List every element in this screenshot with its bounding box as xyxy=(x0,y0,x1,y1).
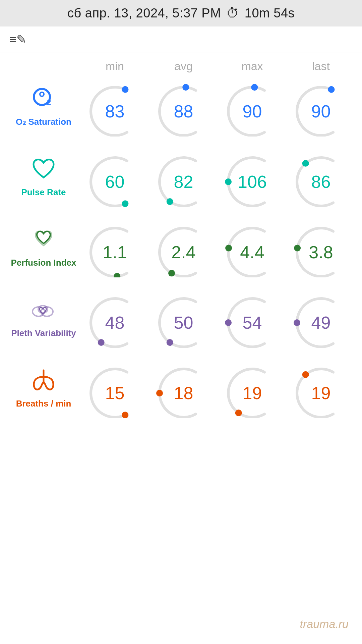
gauge-wrap-pleth-last: 49 xyxy=(293,291,350,348)
gauge-value-breaths-last: 19 xyxy=(311,384,331,402)
gauge-o2-last: 90 xyxy=(287,79,355,137)
svg-point-13 xyxy=(225,245,232,251)
col-max: max xyxy=(218,60,287,73)
gauge-value-breaths-avg: 18 xyxy=(174,384,193,402)
gauge-value-pi-avg: 2.4 xyxy=(171,244,195,261)
gauge-value-o2-avg: 88 xyxy=(174,103,193,120)
gauge-pleth-max: 54 xyxy=(218,291,287,348)
gauge-wrap-pulse-max: 106 xyxy=(224,150,281,207)
gauge-wrap-o2-avg: 88 xyxy=(155,79,212,137)
toolbar: ≡✎ xyxy=(0,26,362,53)
gauge-value-breaths-max: 19 xyxy=(243,384,262,402)
gauge-wrap-pulse-min: 60 xyxy=(86,150,143,207)
gauge-wrap-pulse-avg: 82 xyxy=(155,150,212,207)
gauge-wrap-breaths-last: 19 xyxy=(293,361,350,418)
metric-row-o2: 2 O₂ Saturation 83 88 90 90 xyxy=(0,76,362,147)
col-last: last xyxy=(287,60,355,73)
col-min: min xyxy=(80,60,149,73)
gauge-value-o2-last: 90 xyxy=(311,103,331,120)
gauge-breaths-min: 15 xyxy=(80,361,149,418)
gauge-pi-min: 1.1 xyxy=(80,220,149,277)
gauge-value-pleth-last: 49 xyxy=(311,314,331,331)
gauge-breaths-last: 19 xyxy=(287,361,355,418)
gauge-wrap-breaths-min: 15 xyxy=(86,361,143,418)
svg-point-25 xyxy=(235,410,242,416)
gauge-value-o2-max: 90 xyxy=(243,103,262,120)
svg-point-7 xyxy=(122,200,128,207)
main-content: min avg max last 2 O₂ Saturation 83 88 9… xyxy=(0,60,362,428)
menu-edit-icon[interactable]: ≡✎ xyxy=(9,33,26,47)
metric-row-pleth: Pleth Variability 48 50 54 49 xyxy=(0,287,362,358)
metrics-container: 2 O₂ Saturation 83 88 90 90 Pulse Rate 6… xyxy=(0,76,362,428)
svg-point-19 xyxy=(166,339,173,346)
svg-point-1 xyxy=(40,92,44,96)
gauge-wrap-pi-min: 1.1 xyxy=(86,220,143,277)
status-bar: сб апр. 13, 2024, 5:37 PM ⏱ 10m 54s xyxy=(0,0,362,26)
metric-label-pulse: Pulse Rate xyxy=(7,156,80,201)
gauge-wrap-o2-last: 90 xyxy=(293,79,350,137)
breaths-icon xyxy=(28,367,59,395)
gauge-wrap-pleth-min: 48 xyxy=(86,291,143,348)
svg-point-14 xyxy=(294,245,301,251)
gauge-wrap-o2-max: 90 xyxy=(224,79,281,137)
svg-point-10 xyxy=(302,160,309,167)
metric-row-pulse: Pulse Rate 60 82 106 86 xyxy=(0,147,362,217)
watermark: trauma.ru xyxy=(300,618,349,631)
svg-text:2: 2 xyxy=(47,98,51,106)
gauge-wrap-breaths-avg: 18 xyxy=(155,361,212,418)
pleth-icon xyxy=(28,297,59,325)
metric-row-pi: Perfusion Index 1.1 2.4 4.4 3.8 xyxy=(0,217,362,287)
gauge-breaths-avg: 18 xyxy=(149,361,218,418)
gauge-value-pleth-max: 54 xyxy=(243,314,262,331)
metric-label-pleth: Pleth Variability xyxy=(7,297,80,342)
gauge-value-pulse-last: 86 xyxy=(311,173,331,191)
pulse-icon xyxy=(30,156,57,184)
gauge-pi-max: 4.4 xyxy=(218,220,287,277)
gauge-value-pulse-max: 106 xyxy=(238,173,267,191)
gauge-value-pleth-avg: 50 xyxy=(174,314,193,331)
metric-name-o2: O₂ Saturation xyxy=(16,117,71,127)
gauge-wrap-pleth-avg: 50 xyxy=(155,291,212,348)
svg-point-3 xyxy=(122,86,128,93)
gauge-value-pi-last: 3.8 xyxy=(309,244,333,261)
status-duration: 10m 54s xyxy=(245,6,295,20)
svg-point-9 xyxy=(225,178,232,185)
metric-name-pulse: Pulse Rate xyxy=(21,187,66,198)
gauge-o2-min: 83 xyxy=(80,79,149,137)
gauge-wrap-pi-last: 3.8 xyxy=(293,220,350,277)
gauge-pulse-avg: 82 xyxy=(149,150,218,207)
gauge-breaths-max: 19 xyxy=(218,361,287,418)
gauge-pulse-last: 86 xyxy=(287,150,355,207)
gauge-wrap-pi-avg: 2.4 xyxy=(155,220,212,277)
svg-point-21 xyxy=(294,319,300,326)
metric-label-o2: 2 O₂ Saturation xyxy=(7,85,80,130)
gauge-pulse-max: 106 xyxy=(218,150,287,207)
column-headers: min avg max last xyxy=(0,60,362,73)
col-avg: avg xyxy=(149,60,218,73)
gauge-o2-avg: 88 xyxy=(149,79,218,137)
status-date: сб апр. 13, 2024, 5:37 PM xyxy=(67,6,221,20)
svg-point-23 xyxy=(122,412,128,418)
svg-point-11 xyxy=(114,273,120,277)
gauge-pi-last: 3.8 xyxy=(287,220,355,277)
svg-point-5 xyxy=(251,84,258,91)
timer-icon: ⏱ xyxy=(226,6,239,20)
svg-point-8 xyxy=(166,198,173,205)
gauge-value-pi-min: 1.1 xyxy=(103,244,127,261)
svg-point-6 xyxy=(328,86,335,93)
gauge-pleth-avg: 50 xyxy=(149,291,218,348)
gauge-wrap-pi-max: 4.4 xyxy=(224,220,281,277)
gauge-wrap-pleth-max: 54 xyxy=(224,291,281,348)
gauge-pleth-last: 49 xyxy=(287,291,355,348)
gauge-value-pulse-avg: 82 xyxy=(174,173,193,191)
gauge-wrap-o2-min: 83 xyxy=(86,79,143,137)
metric-name-pi: Perfusion Index xyxy=(11,258,76,268)
gauge-value-o2-min: 83 xyxy=(105,103,125,120)
gauge-value-breaths-min: 15 xyxy=(105,384,125,402)
gauge-wrap-pulse-last: 86 xyxy=(293,150,350,207)
gauge-pleth-min: 48 xyxy=(80,291,149,348)
metric-row-breaths: Breaths / min 15 18 19 19 xyxy=(0,358,362,428)
svg-point-4 xyxy=(182,84,189,91)
svg-point-20 xyxy=(225,319,232,326)
svg-point-26 xyxy=(302,371,309,378)
